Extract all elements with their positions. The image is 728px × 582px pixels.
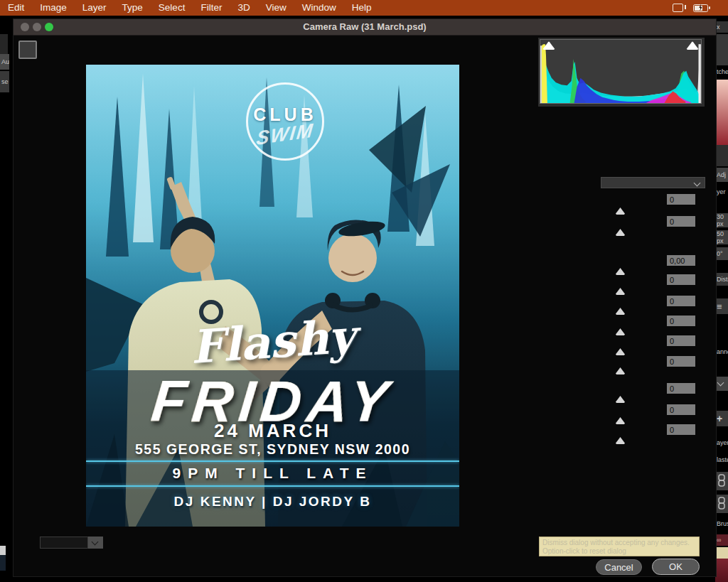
align-icon: ≡ — [715, 298, 728, 314]
window-title: Camera Raw (31 March.psd) — [303, 21, 426, 32]
menu-bar: Edit Image Layer Type Select Filter 3D V… — [0, 0, 728, 16]
camera-raw-dialog: Camera Raw (31 March.psd) — [13, 18, 717, 577]
club-logo: CLUB SWIM — [246, 82, 324, 161]
histogram-panel[interactable] — [538, 38, 705, 107]
flyer-divider-top — [86, 460, 459, 462]
right-fragment-distribute: Distri — [715, 273, 728, 286]
menu-help[interactable]: Help — [344, 0, 380, 16]
right-fragment-brush: Brush — [715, 517, 728, 530]
value-field-8[interactable] — [667, 356, 695, 367]
shadow-clipping-icon[interactable] — [542, 41, 555, 50]
right-fragment-50px: 50 px — [715, 230, 728, 244]
flyer-address: 555 GEORGE ST, SYDNEY NSW 2000 — [86, 441, 459, 458]
slider-thumb-1[interactable] — [615, 208, 626, 215]
value-field-7[interactable] — [667, 335, 695, 346]
menu-view[interactable]: View — [258, 0, 294, 16]
tool-button[interactable] — [18, 41, 37, 59]
battery-charging-icon[interactable] — [693, 4, 708, 12]
slider-thumb-7[interactable] — [615, 348, 626, 355]
zoom-window-button[interactable] — [45, 23, 53, 31]
link-icon-2 — [715, 495, 728, 513]
dialog-titlebar[interactable]: Camera Raw (31 March.psd) — [14, 19, 716, 36]
right-fragment-30px: 30 px — [715, 213, 728, 227]
menu-3d[interactable]: 3D — [230, 0, 257, 16]
tooltip-line-1: Dismiss dialog without accepting any cha… — [542, 539, 696, 547]
right-fragment-channels: anne — [715, 345, 728, 358]
cancel-button-tooltip: Dismiss dialog without accepting any cha… — [539, 537, 700, 556]
cancel-button[interactable]: Cancel — [596, 559, 642, 575]
zoom-level-value — [41, 541, 43, 549]
chevron-down-icon — [694, 179, 701, 186]
menu-type[interactable]: Type — [114, 0, 151, 16]
left-panel-fragment — [0, 34, 8, 54]
right-fragment-layer: yer — [715, 185, 728, 199]
slider-thumb-4[interactable] — [615, 288, 626, 295]
value-field-2[interactable] — [667, 216, 695, 227]
right-panel-fragment-2 — [715, 145, 728, 166]
chain-icon: ∞ — [715, 534, 728, 546]
value-field-1[interactable] — [667, 194, 695, 205]
image-preview-canvas[interactable]: CLUB SWIM Flashy FRIDAY 24 MARCH 555 GEO… — [86, 65, 459, 527]
menu-filter[interactable]: Filter — [193, 0, 230, 16]
adjustment-dropdown[interactable] — [601, 177, 705, 188]
right-panel-fragment — [715, 34, 728, 65]
right-fragment-swatches: tches — [715, 65, 728, 78]
color-picker-fragment — [715, 80, 728, 145]
slider-thumb-3[interactable] — [615, 268, 626, 275]
left-fragment-au: Au — [0, 54, 9, 70]
tooltip-line-2: Option-click to reset dialog — [542, 547, 696, 556]
right-fragment-angle: 0° — [715, 247, 728, 260]
tooltip-edge-fragment — [715, 547, 728, 559]
left-toolbar-fragment — [0, 546, 6, 555]
screen: Edit Image Layer Type Select Filter 3D V… — [0, 0, 728, 582]
right-fragment-close: x — [715, 21, 728, 33]
chevron-down-icon — [715, 377, 728, 391]
minimize-button[interactable] — [33, 23, 41, 31]
right-fragment-layer1: ayer — [715, 436, 728, 449]
zoom-level-field[interactable] — [40, 537, 88, 549]
menu-image[interactable]: Image — [32, 0, 75, 16]
menu-layer[interactable]: Layer — [75, 0, 114, 16]
slider-thumb-6[interactable] — [615, 328, 626, 335]
value-field-5[interactable] — [667, 296, 695, 306]
value-field-6[interactable] — [667, 316, 695, 326]
menu-window[interactable]: Window — [294, 0, 344, 16]
menu-edit[interactable]: Edit — [0, 0, 32, 16]
value-field-10[interactable] — [667, 404, 695, 415]
slider-thumb-8[interactable] — [615, 367, 626, 374]
flyer-time: 9PM TILL LATE — [86, 465, 459, 482]
link-icon — [715, 472, 728, 490]
zoom-level-dropdown-button[interactable] — [88, 537, 103, 549]
value-field-3[interactable] — [667, 255, 695, 266]
value-field-11[interactable] — [667, 424, 695, 435]
slider-thumb-2[interactable] — [615, 229, 626, 236]
close-button[interactable] — [21, 23, 29, 31]
value-field-9[interactable] — [667, 383, 695, 394]
ok-button[interactable]: OK — [652, 559, 700, 575]
slider-thumb-9[interactable] — [615, 396, 626, 403]
move-icon: + — [715, 411, 728, 426]
flyer-date: 24 MARCH — [86, 420, 459, 442]
left-toolbar-fragment-2 — [0, 555, 6, 571]
chevron-down-icon — [92, 539, 99, 546]
value-field-4[interactable] — [667, 274, 695, 285]
histogram-svg — [540, 40, 701, 103]
right-fragment-adjustments: Adj — [715, 168, 728, 182]
slider-thumb-10[interactable] — [615, 417, 626, 424]
red-panel-fragment — [715, 559, 728, 582]
slider-thumb-5[interactable] — [615, 308, 626, 315]
flyer-divider-bottom — [86, 485, 459, 487]
slider-thumb-11[interactable] — [615, 437, 626, 444]
display-icon[interactable] — [673, 4, 683, 12]
menu-select[interactable]: Select — [151, 0, 193, 16]
highlight-clipping-icon[interactable] — [686, 41, 699, 50]
right-fragment-master: laste — [715, 453, 728, 466]
flyer-lineup: DJ KENNY | DJ JORDY B — [86, 494, 459, 510]
left-fragment-se: se — [0, 71, 9, 92]
histogram-plot — [540, 39, 702, 104]
